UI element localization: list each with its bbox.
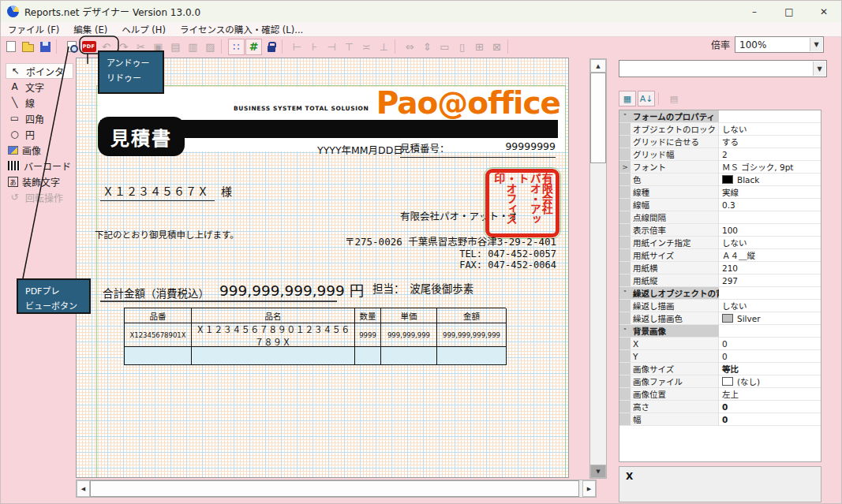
align-left-button: ⊢ — [293, 42, 301, 52]
size-to-grid-button[interactable]: ▯ — [454, 39, 470, 55]
header-image-object[interactable]: BUSINESS SYSTEM TOTAL SOLUSION Pao@offic… — [98, 87, 565, 151]
psep[interactable] — [658, 92, 662, 105]
prop-row-width[interactable]: 幅 0 — [619, 413, 821, 426]
scroll-up-arrow[interactable]: ▲ — [590, 59, 606, 73]
same-height-button[interactable]: ⇕ — [419, 39, 436, 55]
zoom-combobox[interactable]: 100% ▼ — [735, 36, 824, 53]
separator[interactable] — [282, 39, 286, 54]
space-across-button[interactable]: ⊞ — [471, 39, 488, 55]
chevron-down-icon[interactable]: ▼ — [810, 38, 822, 51]
property-pages-icon[interactable]: ▤ — [665, 91, 683, 106]
snap-to-grid-button[interactable]: ∷ — [228, 39, 245, 55]
expand-chevron-icon — [619, 388, 631, 400]
separator[interactable] — [221, 39, 226, 54]
prop-row-x[interactable]: X 0 — [619, 338, 821, 350]
tool-text[interactable]: A 文字 — [6, 79, 73, 95]
separator[interactable] — [507, 39, 512, 54]
align-left-button[interactable]: ⊢ — [289, 39, 305, 55]
paste-button[interactable]: ▤ — [167, 39, 184, 55]
align-center-button[interactable]: ⊦ — [306, 39, 323, 55]
property-value: Ａ４＿縦 — [722, 249, 755, 261]
separator[interactable] — [56, 39, 61, 54]
prop-row-image-position[interactable]: 画像位置 左上 — [619, 388, 821, 401]
vertical-scrollbar[interactable]: ▲ ▼ — [589, 58, 607, 479]
menu-help[interactable]: ヘルプ (H) — [114, 21, 173, 37]
same-size-button[interactable]: ▭ — [436, 39, 453, 55]
align-bottom-button[interactable]: ⊥ — [376, 39, 392, 55]
scroll-left-arrow[interactable]: ◀ — [77, 480, 90, 497]
prop-row-image-file[interactable]: 画像ファイル (なし) — [619, 375, 821, 388]
prop-row-line-width[interactable]: 線幅 0.3 — [619, 199, 821, 211]
tool-image[interactable]: 画像 — [6, 142, 73, 158]
tool-rotate[interactable]: ↺ 回転操作 — [6, 189, 73, 205]
prop-row-object-lock[interactable]: オブジェクトのロック しない — [619, 123, 821, 136]
prop-row-image-size[interactable]: 画像サイズ 等比 — [619, 363, 821, 375]
prop-row-paper-height[interactable]: 用紙縦 297 — [619, 274, 821, 287]
menu-edit[interactable]: 編集 (E) — [66, 21, 114, 37]
tool-line[interactable]: ╲ 線 — [6, 95, 73, 110]
prop-row-paper-inch[interactable]: 用紙インチ指定 しない — [619, 237, 821, 249]
tool-barcode[interactable]: バーコード — [6, 158, 73, 174]
align-middle-button[interactable]: ≍ — [358, 39, 375, 55]
menu-file[interactable]: ファイル (F) — [1, 21, 66, 37]
issuer-address-block[interactable]: 〒275-0026 千葉県習志野市谷津3-29-2-401 TEL: 047-4… — [345, 237, 556, 271]
tool-pointer[interactable]: ↖ ポインタ — [6, 63, 73, 79]
space-down-button[interactable]: ⊠ — [488, 39, 505, 55]
horizontal-scrollbar[interactable]: ◀ ▶ — [76, 480, 597, 498]
prop-row-color[interactable]: 色 Black — [619, 174, 821, 186]
company-seal-stamp[interactable]: 有限会社 パオ・アット ・オフィス印 — [485, 169, 559, 237]
prop-row-font[interactable]: > フォント ＭＳ ゴシック, 9pt — [619, 161, 821, 174]
prop-category-repeat-bg[interactable]: ˅ 繰返しオブジェクトの背景描画 — [619, 287, 821, 300]
categorized-icon[interactable]: ▦ — [619, 91, 636, 106]
menu-license[interactable]: ライセンスの購入・確認 (L)... — [173, 21, 310, 37]
prop-row-repeat-draw[interactable]: 繰返し描画 しない — [619, 300, 821, 312]
send-to-back-button[interactable]: ▨ — [202, 39, 219, 55]
staff-in-charge[interactable]: 担当： 波尾後御歩素 — [372, 280, 473, 296]
prop-row-paper-size[interactable]: 用紙サイズ Ａ４＿縦 — [619, 249, 821, 262]
grid-toggle-button[interactable]: # — [245, 39, 262, 55]
bring-to-front-button[interactable]: ▥ — [185, 39, 201, 55]
items-table[interactable]: 品番 品名 数量 単価 金額 X12345678901X Ｘ１２３４５６７８９０… — [124, 308, 506, 365]
minimize-button[interactable]: – — [737, 1, 772, 22]
close-button[interactable]: ✕ — [806, 1, 841, 22]
pdf-preview-button[interactable]: PDF — [80, 39, 97, 55]
prop-row-display-scale[interactable]: 表示倍率 100 — [619, 224, 821, 237]
horizontal-scroll-thumb[interactable] — [90, 480, 579, 497]
prop-category-bg-image[interactable]: ˅ 背景画像 — [619, 325, 821, 338]
prop-row-snap-to-grid[interactable]: グリッドに合せる する — [619, 136, 821, 148]
greeting-text[interactable]: 下記のとおり御見積申し上げます。 — [95, 228, 239, 241]
prop-row-line-type[interactable]: 線種 実線 — [619, 186, 821, 199]
prop-row-y[interactable]: Y 0 — [619, 350, 821, 363]
chevron-down-icon[interactable]: ▼ — [813, 62, 825, 76]
total-label[interactable]: 合計金額（消費税込） — [103, 285, 209, 301]
tool-circle[interactable]: ○ 円 — [6, 126, 73, 142]
separator[interactable] — [395, 39, 399, 54]
scroll-right-arrow[interactable]: ▶ — [582, 480, 596, 497]
prop-row-dot-interval[interactable]: 点線間隔 — [619, 211, 821, 224]
prop-category-form[interactable]: ˅ フォームのプロパティ — [619, 110, 821, 123]
align-right-button[interactable]: ⊣ — [324, 39, 340, 55]
alphabetical-sort-icon[interactable]: A↓ — [638, 91, 655, 106]
preview-button[interactable] — [63, 39, 80, 55]
align-top-button[interactable]: ⊤ — [341, 39, 357, 55]
window-title: Reports.net デザイナー Version 13.0.0 — [24, 5, 200, 18]
customer-name[interactable]: Ｘ１２３４５６７Ｘ 様 — [103, 183, 233, 199]
property-value: 0 — [722, 352, 728, 361]
scroll-down-arrow[interactable]: ▼ — [590, 465, 606, 478]
prop-row-repeat-draw-color[interactable]: 繰返し描画色 Silver — [619, 312, 821, 325]
tool-decorated-text[interactable]: あ 装飾文字 — [6, 174, 73, 189]
prop-row-height[interactable]: 高さ 0 — [619, 401, 821, 413]
vertical-scroll-thumb[interactable] — [590, 73, 606, 163]
maximize-button[interactable]: □ — [772, 1, 806, 22]
prop-row-paper-width[interactable]: 用紙横 210 — [619, 262, 821, 274]
same-width-button[interactable]: ⇔ — [402, 39, 418, 55]
new-button[interactable] — [2, 39, 19, 55]
total-value[interactable]: 999,999,999,999 円 — [219, 279, 364, 300]
design-canvas[interactable]: BUSINESS SYSTEM TOTAL SOLUSION Pao@offic… — [76, 58, 569, 478]
prop-row-grid-width[interactable]: グリッド幅 2 — [619, 148, 821, 161]
lock-button[interactable] — [263, 39, 279, 55]
tool-rectangle[interactable]: ▭ 四角 — [6, 110, 73, 126]
save-button[interactable] — [37, 39, 54, 55]
open-button[interactable] — [20, 39, 36, 55]
object-selector-combobox[interactable]: ▼ — [619, 60, 827, 77]
